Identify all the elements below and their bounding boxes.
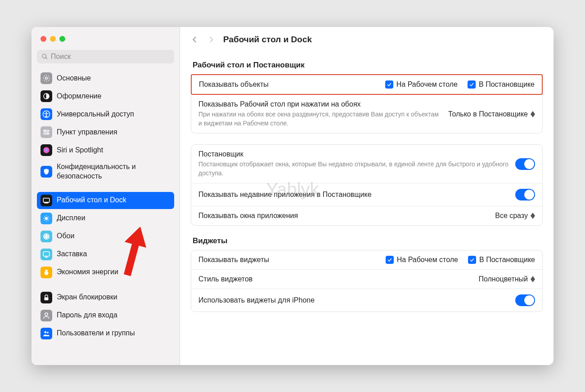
sidebar-item-label: Оформление: [57, 92, 171, 101]
sidebar-item-users-groups[interactable]: Пользователи и группы: [37, 325, 174, 342]
users-groups-icon: [40, 328, 52, 339]
svg-rect-21: [45, 297, 49, 300]
checkbox-icon: [468, 256, 476, 264]
settings-window: ОсновныеОформлениеУниверсальный доступПу…: [32, 27, 554, 365]
back-button[interactable]: [191, 34, 199, 45]
row-app-windows: Показывать окна приложения Все сразу: [191, 206, 542, 225]
checkbox-in-stage-manager[interactable]: В Постановщике: [468, 80, 535, 89]
row-label: Показывать объекты: [199, 80, 380, 89]
sidebar-item-label: Конфиденциальность и безопасность: [57, 162, 171, 181]
dropdown-app-windows[interactable]: Все сразу: [495, 212, 535, 220]
checkbox-label: На Рабочем столе: [397, 256, 458, 264]
privacy-icon: [40, 166, 52, 178]
sidebar-item-label: Пункт управления: [57, 128, 171, 137]
show-objects-section: Показывать объекты На Рабочем столе В По…: [191, 74, 543, 95]
sidebar-item-siri[interactable]: Siri и Spotlight: [37, 142, 174, 159]
checkbox-on-desktop[interactable]: На Рабочем столе: [385, 80, 458, 89]
appearance-icon: [40, 90, 52, 102]
row-show-widgets: Показывать виджеты На Рабочем столе В По…: [191, 250, 542, 270]
checkbox-label: На Рабочем столе: [396, 80, 458, 89]
sidebar-item-displays[interactable]: Дисплеи: [37, 210, 174, 227]
svg-rect-18: [45, 257, 48, 258]
energy-icon: [40, 267, 52, 278]
sidebar-item-label: Рабочий стол и Dock: [57, 196, 171, 205]
checkbox-icon: [385, 80, 393, 89]
stage-manager-section: Постановщик Постановщик отображает окна,…: [191, 144, 543, 226]
row-label: Стиль виджетов: [198, 275, 473, 283]
sidebar-item-label: Пользователи и группы: [57, 329, 171, 338]
toggle-recent-apps[interactable]: [515, 189, 535, 200]
fullscreen-button[interactable]: [59, 36, 65, 42]
sidebar-item-appearance[interactable]: Оформление: [37, 88, 174, 105]
sidebar-item-energy[interactable]: Экономия энергии: [37, 264, 174, 281]
sidebar-item-label: Заставка: [57, 249, 171, 259]
lockscreen-icon: [40, 292, 52, 303]
desktop-dock-icon: [40, 195, 52, 206]
minimize-button[interactable]: [50, 36, 56, 42]
displays-icon: [40, 213, 52, 224]
chevrons-icon: [531, 276, 535, 282]
svg-rect-9: [43, 198, 50, 202]
content-area: Рабочий стол и Постановщик Показывать об…: [180, 52, 554, 332]
svg-point-0: [45, 77, 48, 80]
gear-icon: [40, 72, 52, 84]
svg-rect-17: [43, 252, 50, 256]
sidebar-item-label: Siri и Spotlight: [57, 146, 171, 155]
sidebar-item-label: Пароль для входа: [57, 311, 171, 320]
checkbox-icon: [468, 80, 476, 89]
checkbox-widgets-stage[interactable]: В Постановщике: [468, 256, 535, 264]
accessibility-icon: [40, 108, 52, 120]
checkbox-widgets-desktop[interactable]: На Рабочем столе: [386, 256, 458, 264]
svg-rect-20: [45, 270, 48, 271]
close-button[interactable]: [40, 36, 46, 42]
svg-point-24: [47, 331, 49, 333]
search-icon: [41, 53, 48, 60]
checkbox-group: На Рабочем столе В Постановщике: [386, 256, 535, 264]
dropdown-value: Полноцветный: [478, 275, 528, 283]
password-icon: [40, 310, 52, 321]
chevrons-icon: [531, 213, 535, 219]
dropdown-widget-style[interactable]: Полноцветный: [478, 275, 535, 283]
svg-point-6: [45, 130, 45, 131]
header: Рабочий стол и Dock: [180, 27, 554, 52]
row-show-desktop: Показывать Рабочий стол при нажатии на о…: [191, 95, 542, 133]
row-desc: Постановщик отображает окна, которые Вы …: [198, 160, 510, 178]
sidebar-item-label: Экономия энергии: [57, 267, 171, 277]
section-title-widgets: Виджеты: [193, 236, 543, 245]
page-title: Рабочий стол и Dock: [223, 35, 312, 45]
sidebar-item-privacy[interactable]: Конфиденциальность и безопасность: [37, 160, 174, 184]
row-label: Показывать виджеты: [198, 256, 380, 264]
checkbox-label: В Постановщике: [479, 80, 535, 89]
dropdown-value: Только в Постановщике: [448, 110, 528, 118]
sidebar-item-lockscreen[interactable]: Экран блокировки: [37, 289, 174, 306]
search-box[interactable]: [37, 50, 174, 63]
search-input[interactable]: [51, 53, 170, 61]
sidebar-item-control-center[interactable]: Пункт управления: [37, 124, 174, 141]
row-label: Постановщик: [198, 150, 510, 158]
row-stage-manager: Постановщик Постановщик отображает окна,…: [191, 145, 542, 183]
sidebar-item-password[interactable]: Пароль для входа: [37, 307, 174, 324]
svg-point-22: [45, 313, 48, 316]
wallpaper-icon: [40, 231, 52, 242]
sidebar-item-screensaver[interactable]: Заставка: [37, 246, 174, 263]
sidebar-item-accessibility[interactable]: Универсальный доступ: [37, 106, 174, 123]
section-title-desktop-stage: Рабочий стол и Постановщик: [193, 61, 543, 70]
forward-button[interactable]: [207, 34, 215, 45]
show-desktop-section: Показывать Рабочий стол при нажатии на о…: [191, 95, 543, 134]
svg-point-3: [46, 112, 47, 113]
widgets-section: Показывать виджеты На Рабочем столе В По…: [191, 250, 543, 312]
sidebar-item-gear[interactable]: Основные: [37, 70, 174, 87]
sidebar-item-label: Универсальный доступ: [57, 110, 171, 119]
sidebar-item-label: Экран блокировки: [57, 293, 171, 302]
row-show-objects: Показывать объекты На Рабочем столе В По…: [192, 75, 542, 94]
dropdown-show-desktop[interactable]: Только в Постановщике: [448, 110, 535, 118]
sidebar-item-wallpaper[interactable]: Обои: [37, 228, 174, 245]
control-center-icon: [40, 126, 52, 138]
sidebar-item-desktop-dock[interactable]: Рабочий стол и Dock: [37, 192, 174, 209]
toggle-iphone-widgets[interactable]: [515, 294, 535, 306]
sidebar-item-label: Обои: [57, 232, 171, 241]
window-controls: [37, 33, 174, 50]
svg-point-23: [45, 331, 47, 333]
toggle-stage-manager[interactable]: [515, 158, 535, 170]
chevrons-icon: [531, 111, 535, 117]
